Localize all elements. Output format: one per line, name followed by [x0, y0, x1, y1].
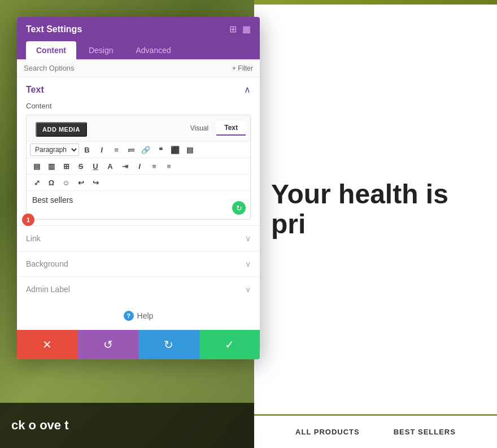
quote-button[interactable]: ❝ — [154, 143, 167, 156]
editor-view-tabs: Visual Text — [182, 121, 246, 136]
overlay-text: ck o ove t — [11, 418, 68, 433]
chevron-up-icon: ∧ — [244, 84, 251, 95]
cancel-button[interactable]: ✕ — [17, 330, 78, 359]
fullscreen2-button[interactable]: ⤢ — [30, 176, 43, 189]
help-label: Help — [137, 311, 154, 320]
align-left2-button[interactable]: ▤ — [30, 159, 43, 173]
unordered-list-button[interactable]: ≡ — [110, 143, 123, 156]
link-section[interactable]: Link ∨ — [17, 225, 260, 251]
hero-title: Your health is pri — [271, 180, 480, 240]
editor-tab-text[interactable]: Text — [216, 121, 246, 136]
tab-content[interactable]: Content — [26, 41, 76, 59]
format3-button[interactable]: ≡ — [162, 159, 176, 173]
error-badge: 1 — [22, 214, 34, 226]
indent2-button[interactable]: I — [133, 159, 146, 173]
background-section[interactable]: Background ∨ — [17, 251, 260, 276]
website-right-panel: Your health is pri ALL PRODUCTS BEST SEL… — [254, 0, 497, 448]
modal-header-actions: ⊞ ▦ — [229, 24, 251, 34]
tab-design[interactable]: Design — [79, 41, 124, 59]
fullscreen-icon[interactable]: ⊞ — [229, 24, 237, 34]
editor-tab-visual[interactable]: Visual — [182, 121, 216, 136]
align-left-button[interactable]: ⬛ — [168, 143, 182, 156]
section-title: Text — [26, 85, 44, 95]
align-center-button[interactable]: ▥ — [45, 159, 58, 173]
website-overlay: ck o ove t — [0, 403, 254, 448]
admin-chevron-icon: ∨ — [245, 285, 251, 294]
undo-button[interactable]: ↩ — [74, 176, 88, 189]
content-label: Content — [17, 99, 260, 115]
hero-section: Your health is pri — [254, 5, 497, 414]
nav-all-products[interactable]: ALL PRODUCTS — [295, 428, 360, 436]
admin-label-section[interactable]: Admin Label ∨ — [17, 276, 260, 302]
layout-icon[interactable]: ▦ — [242, 24, 251, 34]
refresh-icon[interactable]: ↻ — [232, 201, 246, 215]
link-button[interactable]: 🔗 — [139, 143, 152, 156]
modal-title: Text Settings — [26, 24, 82, 34]
admin-label-text: Admin Label — [26, 285, 70, 294]
help-button[interactable]: ? Help — [124, 311, 154, 321]
tab-advanced[interactable]: Advanced — [125, 41, 181, 59]
text-settings-modal: Text Settings ⊞ ▦ Content Design Advance… — [17, 17, 260, 359]
format-select[interactable]: Paragraph — [30, 143, 79, 156]
editor-text[interactable]: Best sellers — [32, 195, 245, 205]
help-area: ? Help — [17, 302, 260, 330]
modal-header: Text Settings ⊞ ▦ — [17, 17, 260, 41]
emoji-button[interactable]: ☺ — [59, 176, 73, 189]
underline-button[interactable]: U — [89, 159, 102, 173]
link-label: Link — [26, 234, 41, 243]
header-stripe — [254, 0, 497, 5]
editor-content[interactable]: 1 Best sellers ↻ — [27, 191, 250, 219]
toolbar-row-3: ⤢ Ω ☺ ↩ ↪ — [27, 175, 250, 191]
background-label: Background — [26, 259, 68, 268]
save-button[interactable]: ✓ — [199, 330, 260, 359]
search-input[interactable] — [24, 64, 232, 72]
format2-button[interactable]: ≡ — [147, 159, 161, 173]
toolbar-row-2: ▤ ▥ ⊞ S U A ⇥ I ≡ ≡ — [27, 158, 250, 175]
redo-button[interactable]: ↻ — [138, 330, 199, 359]
modal-tabs: Content Design Advanced — [17, 41, 260, 59]
search-bar: + Filter — [17, 59, 260, 77]
font-color-button[interactable]: A — [103, 159, 117, 173]
editor-area: ADD MEDIA Visual Text Paragraph B I ≡ ≔ … — [26, 115, 251, 220]
reset-button[interactable]: ↺ — [78, 330, 139, 359]
add-media-button[interactable]: ADD MEDIA — [36, 122, 87, 137]
toolbar-row-1: Paragraph B I ≡ ≔ 🔗 ❝ ⬛ ▤ — [27, 142, 250, 158]
nav-best-sellers[interactable]: BEST SELLERS — [394, 428, 456, 436]
action-bar: ✕ ↺ ↻ ✓ — [17, 330, 260, 359]
table-button[interactable]: ⊞ — [59, 159, 73, 173]
nav-bar: ALL PRODUCTS BEST SELLERS — [254, 414, 497, 448]
bold-button[interactable]: B — [80, 143, 94, 156]
ordered-list-button[interactable]: ≔ — [124, 143, 138, 156]
help-icon: ? — [124, 311, 134, 321]
strikethrough-button[interactable]: S — [74, 159, 88, 173]
omega-button[interactable]: Ω — [45, 176, 58, 189]
indent-button[interactable]: ⇥ — [118, 159, 132, 173]
link-chevron-icon: ∨ — [245, 234, 251, 243]
italic-button[interactable]: I — [95, 143, 108, 156]
redo2-button[interactable]: ↪ — [89, 176, 102, 189]
background-chevron-icon: ∨ — [245, 259, 251, 268]
text-section-header[interactable]: Text ∧ — [17, 77, 260, 99]
filter-button[interactable]: + Filter — [232, 64, 253, 72]
align-right-button[interactable]: ▤ — [183, 143, 197, 156]
